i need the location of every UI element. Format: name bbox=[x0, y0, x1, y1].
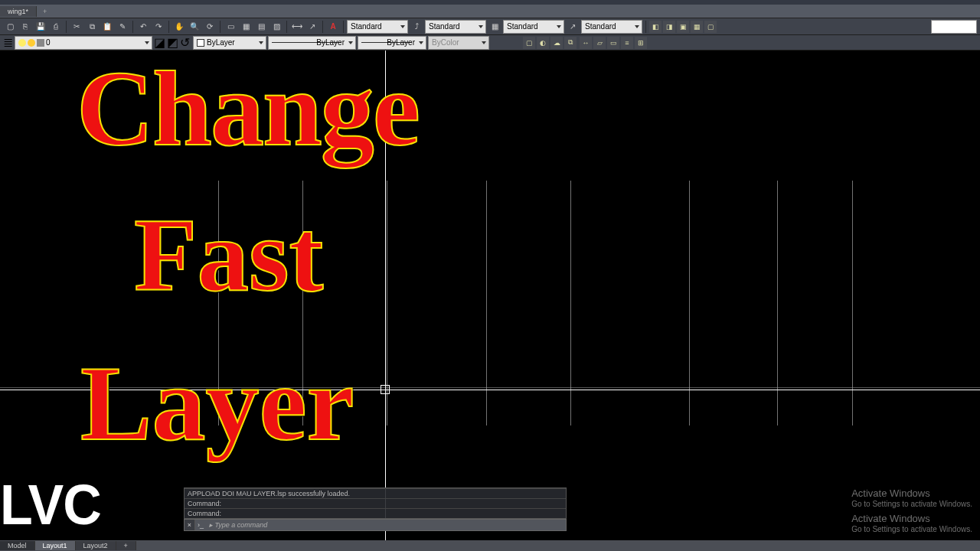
list-icon[interactable]: ≡ bbox=[621, 37, 633, 49]
lineweight-dropdown[interactable]: ByLayer bbox=[358, 36, 426, 50]
separator bbox=[343, 21, 344, 33]
measure-icons: ↔ ▱ ▭ ≡ ⊞ bbox=[580, 37, 647, 49]
document-tab[interactable]: wing1* bbox=[0, 6, 37, 17]
history-line: Command: bbox=[185, 508, 566, 518]
layer-props-icon[interactable]: ≣ bbox=[3, 35, 13, 50]
dimstyle-icon[interactable]: ⤴ bbox=[410, 20, 423, 34]
new-icon[interactable]: ▢ bbox=[3, 20, 17, 34]
layeruniso-icon[interactable]: ◩ bbox=[167, 35, 178, 50]
layout2-tab[interactable]: Layout2 bbox=[76, 541, 116, 550]
layeriso-icon[interactable]: ◪ bbox=[154, 35, 165, 50]
tablestyle-icon[interactable]: ▦ bbox=[488, 20, 501, 34]
layout1-tab[interactable]: Layout1 bbox=[35, 541, 76, 550]
sun-icon bbox=[28, 39, 35, 47]
mleader-style-dropdown[interactable]: Standard bbox=[581, 20, 642, 34]
revcloud-icon[interactable]: ☁ bbox=[550, 37, 563, 49]
separator bbox=[66, 21, 67, 33]
separator bbox=[168, 21, 169, 33]
linetype-dropdown[interactable]: ByLayer bbox=[268, 36, 356, 50]
plotstyle-dropdown[interactable]: ByColor bbox=[428, 36, 489, 50]
drawing-line-v bbox=[570, 181, 571, 425]
logo-watermark: LVC bbox=[0, 473, 101, 537]
dist-icon[interactable]: ↔ bbox=[580, 37, 592, 49]
add-tab-button[interactable]: + bbox=[37, 6, 53, 17]
history-line: Command: bbox=[185, 498, 566, 508]
table-icon[interactable]: ▤ bbox=[254, 20, 268, 34]
separator bbox=[322, 21, 323, 33]
separator bbox=[220, 21, 220, 33]
separator bbox=[645, 21, 646, 33]
command-placeholder: Type a command bbox=[215, 521, 268, 529]
hatch-icon[interactable]: ▨ bbox=[270, 20, 283, 34]
cut-icon[interactable]: ✂ bbox=[70, 20, 83, 34]
area-icon[interactable]: ▱ bbox=[593, 37, 606, 49]
group-icon[interactable]: ⧉ bbox=[564, 37, 577, 49]
viewport5-icon[interactable]: ▢ bbox=[704, 21, 717, 33]
add-layout-button[interactable]: + bbox=[116, 541, 136, 550]
layer-dropdown[interactable]: 0 bbox=[15, 36, 152, 50]
rect-icon[interactable]: ▭ bbox=[224, 20, 237, 34]
orbit-icon[interactable]: ⟳ bbox=[203, 20, 217, 34]
leader-icon[interactable]: ↗ bbox=[305, 20, 319, 34]
color-dropdown[interactable]: ByLayer bbox=[193, 36, 266, 50]
ref-icon[interactable]: ▢ bbox=[523, 37, 535, 49]
dd-value: Standard bbox=[507, 22, 538, 31]
activate-subtitle: Go to Settings to activate Windows. bbox=[851, 525, 972, 534]
drawing-line-v bbox=[777, 181, 778, 425]
ref-icons: ▢ ◐ ☁ ⧉ bbox=[523, 37, 577, 49]
viewport2-icon[interactable]: ◨ bbox=[663, 21, 675, 33]
open-icon[interactable]: ⎘ bbox=[18, 20, 32, 34]
command-prompt[interactable]: ▸ Type a command bbox=[206, 521, 270, 529]
command-history[interactable]: APPLOAD DOI MAU LAYER.lsp successfully l… bbox=[184, 487, 567, 519]
history-line: APPLOAD DOI MAU LAYER.lsp successfully l… bbox=[185, 488, 566, 498]
overlay-title-2: Fast bbox=[134, 207, 323, 305]
layerprev-icon[interactable]: ↺ bbox=[180, 35, 190, 50]
pan-icon[interactable]: ✋ bbox=[172, 20, 186, 34]
wipeout-icon[interactable]: ◐ bbox=[537, 37, 549, 49]
viewport4-icon[interactable]: ▦ bbox=[691, 21, 703, 33]
viewport3-icon[interactable]: ▣ bbox=[677, 21, 689, 33]
toolbar-row-1: ▢ ⎘ 💾 ⎙ ✂ ⧉ 📋 ✎ ↶ ↷ ✋ 🔍 ⟳ ▭ ▦ ▤ ▨ ⟷ ↗ A … bbox=[0, 18, 980, 35]
dd-value: ByLayer bbox=[207, 38, 235, 47]
overlay-title-1: Change bbox=[77, 57, 419, 159]
model-tab[interactable]: Model bbox=[0, 541, 35, 550]
pickbox-cursor bbox=[381, 385, 390, 394]
close-icon[interactable]: × bbox=[185, 520, 195, 530]
chevron-icon[interactable]: ›_ bbox=[195, 520, 206, 530]
activate-title: Activate Windows bbox=[851, 513, 972, 525]
copy-icon[interactable]: ⧉ bbox=[85, 20, 99, 34]
dim-icon[interactable]: ⟷ bbox=[290, 20, 304, 34]
overlay-title-3: Layer bbox=[80, 352, 354, 454]
toolbar-row-2: ≣ 0 ◪ ◩ ↺ ByLayer ByLayer ByLayer ByColo… bbox=[0, 35, 980, 51]
text-icon[interactable]: A bbox=[326, 20, 340, 34]
dd-value: ByLayer bbox=[316, 38, 345, 47]
activate-windows-watermark: Activate Windows Go to Settings to activ… bbox=[851, 487, 972, 509]
separator bbox=[132, 21, 133, 33]
paste-icon[interactable]: 📋 bbox=[100, 20, 114, 34]
zoom-icon[interactable]: 🔍 bbox=[188, 20, 201, 34]
region-icon[interactable]: ▭ bbox=[607, 37, 619, 49]
match-icon[interactable]: ✎ bbox=[116, 20, 129, 34]
window-icons: ◧ ◨ ▣ ▦ ▢ bbox=[649, 21, 717, 33]
print-icon[interactable]: ⎙ bbox=[49, 20, 63, 34]
dim-style-dropdown[interactable]: Standard bbox=[425, 20, 486, 34]
dd-value: Standard bbox=[351, 22, 382, 31]
mleaderstyle-icon[interactable]: ↗ bbox=[566, 20, 580, 34]
redo-icon[interactable]: ↷ bbox=[152, 20, 165, 34]
undo-icon[interactable]: ↶ bbox=[136, 20, 150, 34]
save-icon[interactable]: 💾 bbox=[34, 20, 47, 34]
activate-title: Activate Windows bbox=[851, 487, 972, 500]
search-box[interactable] bbox=[931, 20, 977, 34]
command-line[interactable]: × ›_ ▸ Type a command bbox=[184, 519, 567, 531]
grid-icon[interactable]: ▦ bbox=[239, 20, 253, 34]
dd-value: Standard bbox=[585, 22, 616, 31]
layer-name: 0 bbox=[46, 38, 51, 47]
document-tab-row: wing1* + bbox=[0, 5, 980, 18]
viewport-icon[interactable]: ◧ bbox=[649, 21, 662, 33]
text-style-dropdown[interactable]: Standard bbox=[347, 20, 408, 34]
table-style-dropdown[interactable]: Standard bbox=[503, 20, 564, 34]
calc-icon[interactable]: ⊞ bbox=[635, 37, 647, 49]
color-swatch bbox=[197, 39, 204, 47]
dd-value: ByLayer bbox=[387, 38, 415, 47]
dd-value: Standard bbox=[429, 22, 460, 31]
